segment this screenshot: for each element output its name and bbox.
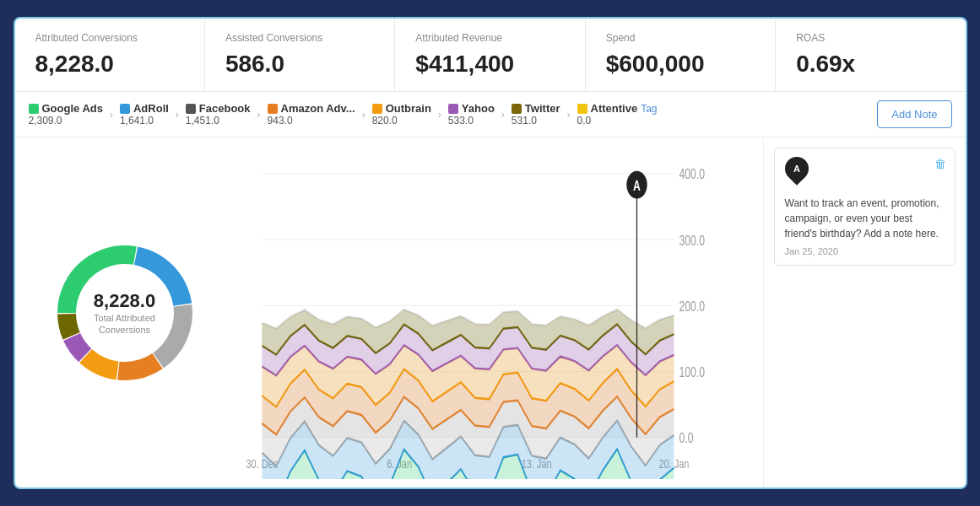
channel-item-google-ads[interactable]: Google Ads 2,309.0 — [29, 102, 103, 126]
channel-arrow: › — [362, 109, 365, 121]
channel-name: Outbrain — [386, 102, 431, 115]
svg-text:200.0: 200.0 — [679, 299, 705, 314]
spend-value: $600,000 — [606, 51, 755, 78]
assisted-conversions-value: 586.0 — [225, 51, 374, 78]
assisted-conversions-metric: Assisted Conversions 586.0 — [205, 19, 395, 91]
channel-name: Yahoo — [462, 102, 495, 115]
tag-link[interactable]: Tag — [641, 103, 657, 115]
donut-center: 8,228.0 Total AttributedConversions — [94, 289, 155, 336]
channel-arrow: › — [567, 109, 571, 121]
channel-dot — [120, 104, 130, 114]
channel-value: 820.0 — [372, 115, 398, 126]
annotation-text: Want to track an event, promotion, campa… — [785, 196, 945, 241]
svg-text:400.0: 400.0 — [679, 167, 705, 182]
donut-segment — [153, 304, 192, 368]
donut-total-value: 8,228.0 — [94, 289, 155, 311]
attributed-conversions-value: 8,228.0 — [35, 51, 184, 78]
channel-item-amazon-adv...[interactable]: Amazon Adv... 943.0 — [268, 102, 355, 126]
annotation-pin-label: A — [793, 164, 800, 174]
roas-value: 0.69x — [796, 51, 945, 78]
channel-item-attentive[interactable]: Attentive Tag 0.0 — [577, 102, 658, 126]
channel-item-outbrain[interactable]: Outbrain 820.0 — [372, 102, 431, 126]
donut-total-label: Total AttributedConversions — [94, 311, 155, 336]
attributed-revenue-metric: Attributed Revenue $411,400 — [395, 19, 585, 91]
annotation-pin: A — [780, 152, 814, 186]
annotation-section: A 🗑 Want to track an event, promotion, c… — [763, 137, 966, 487]
channel-value: 2,309.0 — [29, 115, 62, 126]
channel-dot — [29, 104, 39, 114]
attributed-revenue-value: $411,400 — [415, 51, 564, 78]
donut-section: 8,228.0 Total AttributedConversions — [15, 137, 235, 487]
attributed-conversions-label: Attributed Conversions — [35, 32, 184, 44]
channel-dot — [577, 104, 587, 114]
channel-value: 1,641.0 — [120, 115, 154, 126]
channel-name: Amazon Adv... — [281, 102, 355, 115]
channel-item-twitter[interactable]: Twitter 531.0 — [512, 102, 560, 126]
svg-text:A: A — [633, 178, 641, 193]
channel-arrow: › — [257, 109, 261, 121]
annotation-date: Jan 25, 2020 — [785, 246, 945, 256]
channel-name: Attentive — [591, 102, 638, 115]
channel-value: 533.0 — [448, 115, 474, 126]
channel-name: Twitter — [525, 102, 560, 115]
attributed-conversions-metric: Attributed Conversions 8,228.0 — [15, 19, 205, 91]
svg-text:0.0: 0.0 — [679, 430, 693, 445]
channel-value: 531.0 — [512, 115, 537, 126]
channel-value: 1,451.0 — [186, 115, 219, 126]
channel-name: Facebook — [199, 102, 251, 115]
channel-name: AdRoll — [133, 102, 169, 115]
channel-dot — [372, 104, 382, 114]
channel-item-facebook[interactable]: Facebook 1,451.0 — [186, 102, 251, 126]
channel-name: Google Ads — [42, 102, 103, 115]
channel-value: 943.0 — [268, 115, 293, 126]
svg-text:100.0: 100.0 — [679, 364, 705, 380]
annotation-card: A 🗑 Want to track an event, promotion, c… — [774, 148, 956, 266]
donut-segment — [117, 353, 163, 380]
channel-dot — [268, 104, 278, 114]
channels-bar: Google Ads 2,309.0 › AdRoll 1,641.0 › Fa… — [15, 92, 966, 137]
spend-label: Spend — [606, 32, 755, 44]
channel-arrow: › — [438, 109, 441, 121]
attributed-revenue-label: Attributed Revenue — [415, 32, 564, 44]
annotation-header: A 🗑 — [785, 157, 945, 189]
chart-annotation-pin[interactable]: A — [626, 171, 647, 199]
donut-chart: 8,228.0 Total AttributedConversions — [41, 229, 209, 397]
add-note-button[interactable]: Add Note — [877, 100, 951, 128]
channel-arrow: › — [176, 109, 179, 121]
svg-text:300.0: 300.0 — [679, 233, 705, 248]
metrics-bar: Attributed Conversions 8,228.0 Assisted … — [15, 19, 966, 92]
chart-section: 400.0300.0200.0100.00.030. Dec6. Jan13. … — [235, 137, 763, 487]
channel-dot — [448, 104, 458, 114]
roas-metric: ROAS 0.69x — [776, 19, 965, 91]
channel-arrow: › — [501, 109, 505, 121]
channel-arrow: › — [110, 109, 113, 121]
channel-value: 0.0 — [577, 115, 592, 126]
channel-dot — [512, 104, 522, 114]
dashboard-container: Attributed Conversions 8,228.0 Assisted … — [14, 17, 967, 489]
roas-label: ROAS — [796, 32, 945, 44]
spend-metric: Spend $600,000 — [586, 19, 776, 91]
delete-annotation-button[interactable]: 🗑 — [934, 157, 946, 170]
assisted-conversions-label: Assisted Conversions — [225, 32, 374, 44]
main-content: 8,228.0 Total AttributedConversions 400.… — [15, 137, 966, 487]
channel-item-adroll[interactable]: AdRoll 1,641.0 — [120, 102, 169, 126]
channel-item-yahoo[interactable]: Yahoo 533.0 — [448, 102, 495, 126]
channel-dot — [186, 104, 196, 114]
